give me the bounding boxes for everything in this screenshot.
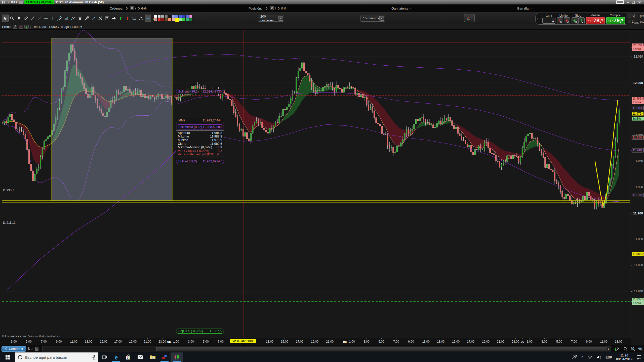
wifi-icon[interactable] xyxy=(587,355,592,359)
color-swatch-7d7d7d[interactable] xyxy=(165,15,168,18)
report-button[interactable] xyxy=(34,346,40,352)
scrollbar-thumb[interactable] xyxy=(156,347,607,351)
arrow-down-tool[interactable] xyxy=(124,15,131,22)
triangle-tool[interactable] xyxy=(138,15,144,22)
boll-sup-label[interactable]: Boll sup (89,2) 12.014,48730 xyxy=(176,89,224,94)
sell-shortcut-icon[interactable]: ▼ xyxy=(19,25,23,29)
drawing-settings-tool[interactable] xyxy=(84,15,90,22)
ruler-tool[interactable] xyxy=(22,15,29,22)
color-swatch-127a3a[interactable] xyxy=(189,18,192,21)
zoom-in-button[interactable] xyxy=(637,346,644,352)
price-axis[interactable]: 12.02012.00011.98011.96011.94011.92011.9… xyxy=(631,30,644,345)
color-swatch-151515[interactable] xyxy=(168,15,171,18)
channel-tool[interactable] xyxy=(56,15,63,22)
info-icon[interactable]: i xyxy=(19,1,23,4)
color-swatch-ababab[interactable] xyxy=(161,15,164,18)
viewers-button[interactable]: 0 xyxy=(27,346,33,352)
color-swatch-ee8fd4[interactable] xyxy=(189,15,192,18)
microphone-icon[interactable] xyxy=(92,355,96,360)
position-settings-icon[interactable]: ⚙⚙ xyxy=(281,7,287,10)
s-points-input[interactable]: 10 xyxy=(634,14,639,18)
color-swatch-3148c4[interactable] xyxy=(182,15,185,18)
limit-checkbox[interactable] xyxy=(628,20,631,23)
taskbar-store[interactable] xyxy=(122,352,134,362)
color-swatch-2bb377[interactable] xyxy=(186,18,189,21)
color-swatch-e03030[interactable] xyxy=(157,18,161,21)
color-swatch-8f1515[interactable] xyxy=(161,18,164,21)
taskbar-broker-app[interactable] xyxy=(158,352,171,362)
boll-inf-label[interactable]: Boll inf (89,2) 11.962,69247 xyxy=(176,159,224,164)
stop-buy-button[interactable] xyxy=(578,17,585,24)
segment-tool[interactable] xyxy=(29,15,36,22)
color-swatch-5a6ae0[interactable] xyxy=(186,15,189,18)
line-tool[interactable] xyxy=(36,15,43,22)
chart-area[interactable]: Boll sup (89,2) 12.014,48730 MM9 11.993,… xyxy=(0,30,631,338)
rectangle-tool[interactable] xyxy=(131,15,138,22)
share-button[interactable]: Compartir xyxy=(2,346,26,352)
text-tool[interactable]: T xyxy=(104,15,110,22)
color-swatch-f5f500[interactable] xyxy=(175,18,179,22)
color-swatch-cc9999[interactable] xyxy=(154,18,157,21)
close-button[interactable]: ✕ xyxy=(638,0,641,5)
stop-checkbox[interactable] xyxy=(628,15,631,18)
taskbar-mail[interactable] xyxy=(134,352,146,362)
color-swatch-d9d9d9[interactable] xyxy=(157,15,161,18)
arrow-up-tool[interactable] xyxy=(117,15,124,22)
time-axis[interactable]: vie 05-abr-2019 9:30 3:005:007:009:0011:… xyxy=(0,338,631,345)
quantity-input[interactable] xyxy=(542,18,555,24)
color-swatch-7a4a28[interactable] xyxy=(165,18,168,21)
pan-zoom-icon[interactable] xyxy=(622,346,629,352)
instrument-dropdown-icon[interactable]: ▼ xyxy=(7,1,9,4)
taskbar-edge[interactable]: e xyxy=(110,352,122,362)
tray-expand-icon[interactable]: ^ xyxy=(582,355,583,359)
action-center-icon[interactable] xyxy=(636,355,641,359)
alert-tool[interactable] xyxy=(16,15,22,22)
horizontal-line-tool[interactable] xyxy=(43,15,49,22)
instrument-name[interactable]: DAX xyxy=(11,0,18,4)
cursor-tool[interactable] xyxy=(2,15,9,22)
l-points-input[interactable]: 10 xyxy=(634,20,639,24)
buy-shortcut-icon[interactable]: ▲ xyxy=(24,25,29,29)
restore-button[interactable]: ❐ xyxy=(632,0,635,5)
sell-button[interactable]: 11.9 78, 9 xyxy=(586,17,605,24)
tray-language[interactable]: ESP xyxy=(606,355,612,359)
zoom-tool[interactable] xyxy=(9,15,15,22)
zoom-out-button[interactable] xyxy=(630,346,636,352)
trade-settings-icon[interactable] xyxy=(540,17,541,21)
keyboard-icon[interactable] xyxy=(616,0,624,4)
minimize-button[interactable]: – xyxy=(627,0,629,5)
orders-settings-icon[interactable]: ⚙⚙ xyxy=(141,7,147,10)
color-swatch-4862de[interactable] xyxy=(179,15,182,18)
chart-canvas[interactable] xyxy=(0,30,631,338)
cross-lines-tool[interactable] xyxy=(97,15,104,22)
color-swatch-3ad43a[interactable] xyxy=(182,18,185,21)
buy-button[interactable]: 11.9 79, 9 xyxy=(606,17,625,24)
chart-type-button[interactable]: + ▾ xyxy=(464,14,475,22)
vertical-line-tool[interactable] xyxy=(50,15,56,22)
orders-cancel-icon[interactable]: ✕ xyxy=(130,6,134,10)
scroll-right-arrow[interactable]: ▶ xyxy=(606,346,611,351)
taskbar-prorealtime[interactable] xyxy=(171,352,183,362)
units-dropdown-icon[interactable]: ▾ xyxy=(278,16,283,21)
support-label[interactable]: Sop H S (-0,26%) 11.837,5 xyxy=(176,329,224,334)
delete-tool[interactable] xyxy=(77,15,83,22)
color-swatch-ef8f70[interactable] xyxy=(168,18,171,21)
limit-sell-button[interactable] xyxy=(557,17,563,24)
tray-clock[interactable]: 11:26 09/04/2019 xyxy=(616,353,632,361)
taskbar-search[interactable]: Escribe aquí para buscar xyxy=(15,352,98,362)
color-swatch-97e897[interactable] xyxy=(179,18,182,21)
task-view-button[interactable] xyxy=(98,352,110,362)
short-segment-tool[interactable] xyxy=(90,15,97,22)
timeframe-dropdown-icon[interactable]: ▾ xyxy=(379,16,384,21)
fibonacci-tool[interactable] xyxy=(63,15,70,22)
stop-sell-button[interactable] xyxy=(572,17,578,24)
panel-collapse-icon[interactable]: ▸ xyxy=(538,17,539,20)
start-button[interactable] xyxy=(0,352,15,362)
arrow-right-tool[interactable] xyxy=(111,15,117,22)
limit-buy-button[interactable] xyxy=(564,17,570,24)
timeframe-dropdown[interactable]: 15 minutos ▾ xyxy=(360,15,385,22)
horizontal-scrollbar[interactable] xyxy=(42,346,611,351)
people-icon[interactable] xyxy=(572,355,578,359)
boll-media-label[interactable]: Boll media (89,2) 11.988,58989 xyxy=(176,124,224,129)
position-close-icon[interactable]: ✕ xyxy=(270,6,274,10)
